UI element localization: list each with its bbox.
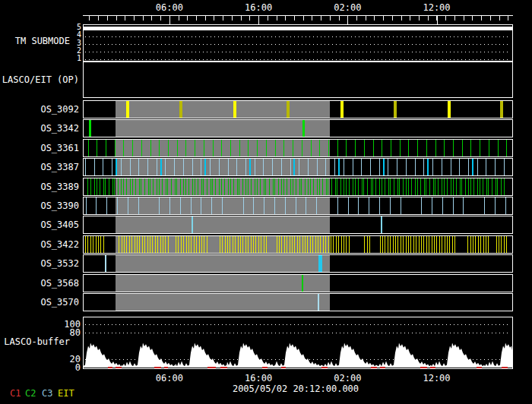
schedule-tick-mark [453,178,454,195]
schedule-tick-mark [201,178,202,195]
schedule-tick-mark [505,197,506,214]
time-axis-minor-tick [116,15,117,21]
schedule-tick-mark [201,159,201,175]
os-row-label: OS_3570 [0,297,79,308]
schedule-tick-mark [484,197,485,214]
schedule-tick-mark [375,178,376,195]
buffer-usage-area [84,343,512,368]
schedule-tick-mark [442,178,442,195]
highlight-day-region [116,197,330,214]
schedule-tick-mark [459,159,460,175]
time-axis-minor-tick [472,15,473,21]
schedule-tick-mark [98,236,99,253]
time-axis-line [83,15,513,16]
tm-submode-gridline [85,36,511,37]
schedule-tick-mark [272,159,273,175]
schedule-tick-mark [397,236,398,253]
lasco-eit-op-label: LASCO/EIT (OP) [0,74,79,85]
schedule-tick-mark [264,236,264,253]
schedule-tick-mark [88,140,89,156]
schedule-tick-mark [109,178,109,195]
os-row-label: OS_3389 [0,181,79,192]
schedule-tick-mark [105,255,106,272]
schedule-tick-mark [369,197,369,214]
schedule-tick-mark [150,236,150,253]
schedule-tick-mark [337,197,338,214]
time-axis-major-tick [169,15,170,24]
tm-submode-value-bar [84,27,512,30]
schedule-tick-mark [477,178,478,195]
schedule-tick-mark [201,197,201,214]
schedule-tick-mark [358,197,359,214]
schedule-tick-mark [228,178,229,195]
schedule-tick-mark [126,236,127,253]
schedule-tick-mark [486,236,486,253]
buffer-gap-marker [371,367,377,368]
schedule-tick-mark [427,159,429,175]
buffer-gap-marker [154,367,161,368]
buffer-gap-marker [430,367,435,368]
schedule-tick-mark [473,178,474,195]
schedule-tick-mark [439,236,440,253]
schedule-tick-mark [473,236,473,253]
schedule-tick-mark [211,178,211,195]
schedule-tick-mark [112,178,113,195]
schedule-tick-mark [299,159,299,175]
os-row-label: OS_3361 [0,143,79,153]
schedule-tick-mark [261,236,261,253]
schedule-tick-mark [331,236,331,253]
schedule-tick-mark [230,236,230,253]
schedule-tick-mark [506,236,507,253]
schedule-tick-mark [162,178,163,195]
schedule-tick-mark [191,197,192,214]
highlight-day-region [116,140,330,156]
schedule-tick-mark [379,197,380,214]
schedule-tick-mark [316,197,317,214]
time-axis-minor-tick [285,15,286,21]
schedule-tick-mark [225,236,226,253]
schedule-tick-mark [212,178,213,195]
schedule-tick-mark [180,197,181,214]
schedule-tick-mark [383,159,385,175]
schedule-tick-mark [159,140,160,156]
time-axis-minor-tick [294,15,295,21]
schedule-tick-mark [255,236,256,253]
schedule-tick-mark [489,140,489,156]
time-axis-minor-tick [383,15,384,21]
highlight-day-region [116,275,330,292]
schedule-tick-mark [346,140,347,156]
schedule-tick-mark [390,197,391,214]
schedule-tick-mark [105,178,106,195]
schedule-tick-mark [302,275,303,292]
schedule-tick-mark [194,236,195,253]
schedule-tick-mark [447,178,448,195]
schedule-tick-mark [292,236,293,253]
schedule-tick-mark [403,236,404,253]
schedule-tick-mark [94,178,95,195]
schedule-tick-mark [411,178,412,195]
schedule-tick-mark [317,159,318,175]
time-axis-label-bottom: 12:00 [418,373,456,383]
schedule-tick-mark [328,236,329,253]
schedule-tick-mark [382,140,382,156]
schedule-tick-mark [391,140,391,156]
schedule-tick-mark [495,197,496,214]
schedule-tick-mark [230,178,231,195]
time-axis-minor-tick [214,15,214,21]
schedule-tick-mark [294,236,295,253]
schedule-tick-mark [160,236,161,253]
schedule-tick-mark [506,140,507,156]
schedule-tick-mark [155,236,156,253]
schedule-tick-mark [176,178,177,195]
schedule-tick-mark [118,178,119,195]
highlight-day-region [116,101,330,118]
schedule-tick-mark [219,178,220,195]
highlight-day-region [116,255,330,272]
schedule-tick-mark [447,236,448,253]
schedule-tick-mark [315,236,316,253]
schedule-tick-mark [325,159,326,175]
schedule-tick-mark [328,178,328,195]
schedule-tick-mark [395,236,396,253]
schedule-tick-mark [417,140,418,156]
buffer-gap-marker [502,367,508,368]
